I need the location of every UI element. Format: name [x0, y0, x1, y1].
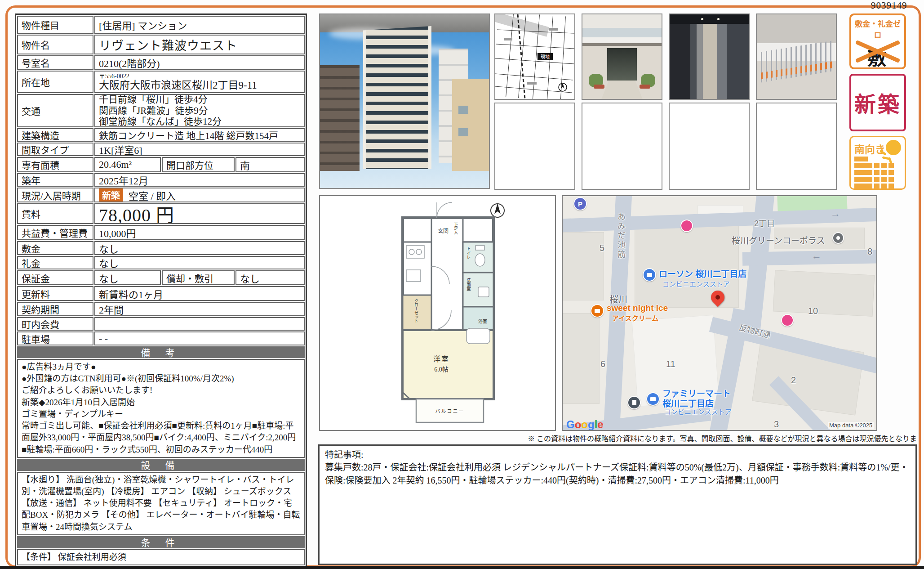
empty-photo-frame: [582, 103, 662, 190]
room-label: 洋室: [433, 355, 449, 363]
row-label: 契約期間: [17, 302, 93, 316]
thumb-access-map: 現地: [494, 13, 575, 100]
address-cell: 〒556-0022 大阪府大阪市浪速区桜川2丁目9-11: [94, 71, 305, 93]
empty-photo-frame: [494, 103, 575, 190]
row-value: 10,000円: [94, 225, 305, 240]
map-road: [742, 250, 877, 265]
badge-south-text: 南向き: [854, 141, 885, 156]
row-value: なし: [94, 270, 161, 285]
row-label: 駐車場: [17, 332, 93, 345]
equipment-text: 【水廻り】 洗面台(独立)・浴室乾燥機・シャワートイレ・バス・トイレ別・洗濯機置…: [17, 472, 305, 535]
pin-dot: [836, 236, 840, 240]
remarks-line: 新築◆2026年1月10日入居開始: [22, 397, 300, 408]
map-block: [773, 270, 875, 316]
pin-dot: [715, 295, 720, 300]
badge-zero-title: 敷金・礼金ゼロ: [851, 18, 904, 40]
row-value: [94, 317, 305, 331]
row-value: - -: [94, 332, 305, 345]
lawson-store-icon: [643, 268, 656, 282]
badge-zero-deposit: 敷金・礼金ゼロ 敷礼: [849, 13, 906, 69]
neighbor-building-right: [452, 79, 489, 171]
flower-bed: [640, 85, 651, 89]
train-glyph: [632, 400, 636, 405]
row-label: 築年: [17, 173, 93, 187]
postal-code: 〒556-0022: [99, 73, 129, 80]
utensils-glyph: [595, 309, 600, 313]
remarks-line: ●外国籍の方はGTN利用可●※(初回保証料100%/月次2%): [22, 373, 300, 385]
remarks-header: 備 考: [17, 346, 305, 358]
table-row: 物件種目 [住居用] マンション: [17, 16, 305, 34]
bathroom-label: 浴室: [478, 318, 487, 324]
table-row: 契約期間 2年間: [17, 302, 305, 316]
icecream-shop-icon: [591, 304, 604, 318]
row-value: なし: [94, 241, 305, 255]
table-row: 号室名 0210(2階部分): [17, 55, 305, 70]
hotel-pin-icon: [680, 220, 693, 232]
flower-bed: [594, 85, 605, 89]
table-row: 賃料 78,000 円: [17, 203, 305, 224]
district-label: 2丁目: [754, 217, 775, 228]
familymart-store-icon: [646, 392, 660, 406]
row-label: 専有面積: [17, 157, 93, 172]
floorplan-drawing: 玄関 下足入 トイレ 洗面室 浴室 クローゼット 洋室 6.0帖 バルコニー: [396, 199, 509, 430]
logo-letter: o: [575, 418, 582, 430]
row-label: 建築構造: [17, 128, 93, 142]
new-build-status-badge: 新築: [99, 188, 123, 202]
block-number: 5: [600, 243, 604, 253]
special-notes-body: 募集戸数:28戸・保証会社:保証会社利用必須 レジデンシャルパートナーズ保証料:…: [325, 461, 910, 487]
empty-photo-frame: [756, 103, 837, 190]
logo-letter: e: [597, 418, 603, 430]
map-pin-gray: [832, 232, 844, 244]
store-glyph: [647, 273, 652, 277]
row-value: 新賃料の1ヶ月: [94, 286, 305, 301]
conditions-header: 条 件: [17, 536, 305, 548]
table-row: 更新料 新賃料の1ヶ月: [17, 286, 305, 301]
property-name: リヴェント難波ウエスト: [94, 35, 305, 54]
table-row: 間取タイプ 1K[洋室6]: [17, 143, 305, 156]
thumb-entrance-photo: [582, 13, 662, 100]
row-label: 開口部方位: [162, 157, 235, 172]
row-value: 1K[洋室6]: [94, 143, 305, 156]
row-label: 敷金: [17, 241, 93, 255]
pin-tail: [785, 324, 791, 330]
transit-line: 千日前線「桜川」徒歩4分: [99, 94, 208, 105]
window: [458, 106, 468, 114]
special-notes-title: 特記事項:: [325, 448, 910, 461]
remarks-line: ●広告料3ヵ月です●: [22, 361, 300, 373]
row-value: 0210(2階部分): [94, 55, 305, 70]
remarks-line: 常時ゴミ出し可能、■保証会社利用必須■更新料:賃料の1ヶ月■駐車場:平面屋外33…: [22, 420, 300, 456]
entrance-label: 玄関: [438, 228, 449, 234]
street-name-vertical: あみだ池筋: [615, 212, 626, 293]
ceiling-light: [717, 18, 720, 20]
transit-line: 御堂筋線「なんば」徒歩12分: [99, 116, 222, 127]
block-number: 11: [666, 359, 675, 369]
table-row: 築年 2025年12月: [17, 173, 305, 187]
remarks-text: ●広告料3ヵ月です● ●外国籍の方はGTN利用可●※(初回保証料100%/月次2…: [17, 359, 305, 458]
entrance-path: [601, 81, 643, 99]
table-row: 礼金 なし: [17, 256, 305, 269]
toilet-label: トイレ: [466, 246, 471, 260]
address: 大阪府大阪市浪速区桜川2丁目9-11: [99, 80, 257, 91]
area-value: 20.46m²: [94, 157, 161, 172]
ceiling-light: [701, 18, 703, 20]
logo-letter: g: [588, 418, 595, 430]
row-value: 鉄筋コンクリート造 地上14階 総戸数154戸: [94, 128, 305, 142]
empty-photo-frame: [669, 103, 750, 190]
table-row: 保証金 なし 償却・敷引 なし: [17, 270, 305, 285]
poi-sublabel: コンビニエンスストア: [662, 279, 730, 288]
row-label: 共益費・管理費: [17, 225, 93, 240]
floorplan-panel: 玄関 下足入 トイレ 洗面室 浴室 クローゼット 洋室 6.0帖 バルコニー: [319, 195, 556, 431]
facing-value: 南: [235, 157, 305, 172]
row-label: 物件種目: [17, 16, 93, 34]
table-row: 共益費・管理費 10,000円: [17, 225, 305, 240]
status-cell: 新築 空室 / 即入: [94, 188, 305, 202]
rent-value: 78,000 円: [94, 203, 305, 224]
house-icon: [854, 156, 868, 188]
transit-line: 関西線「JR難波」徒歩9分: [99, 105, 208, 116]
closet-label: クローゼット: [414, 299, 418, 323]
table-row: 敷金 なし: [17, 241, 305, 255]
map-block: [563, 313, 600, 404]
access-map-sketch: 現地: [495, 14, 574, 99]
table-row: 専有面積 20.46m² 開口部方位 南: [17, 157, 305, 172]
poi-label: 桜川グリーンコーポラス: [732, 234, 825, 246]
